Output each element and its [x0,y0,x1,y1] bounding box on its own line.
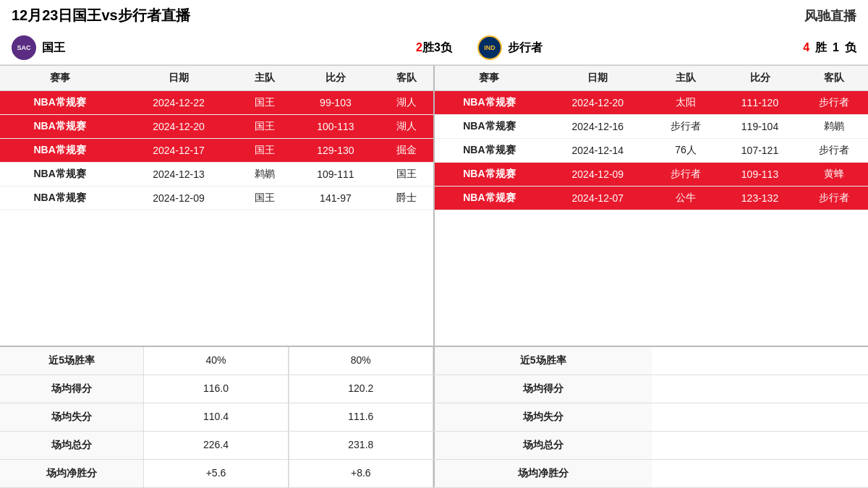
col-away-left: 客队 [380,66,433,91]
left-team-header: SAC 国王 [12,35,391,60]
col-date-right: 日期 [544,66,652,91]
stats-right-1: 场均得分 [435,375,868,403]
stats-left-3: 场均总分 226.4 231.8 [0,432,435,459]
left-game-away-1: 湖人 [380,115,433,139]
left-game-home-0: 国王 [238,91,292,115]
col-gametype-left: 赛事 [0,66,119,91]
left-game-type-1: NBA常规赛 [0,115,119,139]
losses-label-left: 负 [441,41,452,53]
stats-row-0: 近5场胜率 40% 80% 近5场胜率 [0,347,868,375]
left-game-date-0: 2024-12-22 [119,91,238,115]
left-game-away-3: 国王 [380,163,433,187]
stat-val-right-2 [652,403,869,431]
wins-label-right: 胜 [815,40,827,56]
right-team-name: 步行者 [508,40,542,56]
right-game-away-4: 步行者 [800,187,868,210]
right-game-away-2: 步行者 [800,139,868,163]
col-date-left: 日期 [119,66,238,91]
left-game-away-4: 爵士 [380,187,433,210]
stat-label-left-4: 场均净胜分 [0,460,143,487]
left-game-row-2: NBA常规赛 2024-12-17 国王 129-130 掘金 [0,139,433,163]
left-col-header: 赛事 日期 主队 比分 客队 [0,66,433,91]
left-game-row-1: NBA常规赛 2024-12-20 国王 100-113 湖人 [0,115,433,139]
stats-row-4: 场均净胜分 +5.6 +8.6 场均净胜分 [0,460,868,488]
right-game-away-3: 黄蜂 [800,163,868,187]
stat-val-mid-0: 80% [289,347,433,374]
left-game-home-3: 鹈鹕 [238,163,292,187]
stats-row-2: 场均失分 110.4 111.6 场均失分 [0,403,868,432]
right-game-date-2: 2024-12-14 [544,139,652,163]
left-game-score-0: 99-103 [292,91,380,115]
left-team-name: 国王 [42,40,65,56]
stat-val-mid-2: 111.6 [289,403,433,431]
wins-label-left: 胜 [422,41,434,53]
right-game-date-4: 2024-12-07 [544,187,652,210]
right-game-row-4: NBA常规赛 2024-12-07 公牛 123-132 步行者 [435,187,868,210]
ind-logo: IND [477,35,502,60]
stats-right-0: 近5场胜率 [435,347,868,374]
left-game-type-4: NBA常规赛 [0,187,119,210]
left-game-score-3: 109-111 [292,163,380,187]
stat-val-right-3 [652,432,869,459]
right-game-type-2: NBA常规赛 [435,139,544,163]
stats-right-4: 场均净胜分 [435,460,868,487]
stat-label-left-3: 场均总分 [0,432,143,459]
stats-right-2: 场均失分 [435,403,868,431]
main-content: 赛事 日期 主队 比分 客队 NBA常规赛 2024-12-22 国王 99-1… [0,65,868,346]
left-panel: 赛事 日期 主队 比分 客队 NBA常规赛 2024-12-22 国王 99-1… [0,65,435,346]
col-score-left: 比分 [292,66,380,91]
stats-right-3: 场均总分 [435,432,868,459]
stats-row-1: 场均得分 116.0 120.2 场均得分 [0,375,868,403]
left-game-away-2: 掘金 [380,139,433,163]
right-game-date-3: 2024-12-09 [544,163,652,187]
right-game-score-2: 107-121 [720,139,800,163]
right-wins: 4 [803,41,809,54]
right-game-type-0: NBA常规赛 [435,91,544,115]
stat-label-left-2: 场均失分 [0,403,143,431]
right-game-type-4: NBA常规赛 [435,187,544,210]
stat-val-left-2: 110.4 [143,403,288,431]
left-game-date-2: 2024-12-17 [119,139,238,163]
stat-label-right-3: 场均总分 [435,432,652,459]
left-game-score-1: 100-113 [292,115,380,139]
right-games-table: 赛事 日期 主队 比分 客队 NBA常规赛 2024-12-20 太阳 111-… [435,65,868,210]
teams-record-mid: 2胜3负 [391,40,477,56]
left-game-row-4: NBA常规赛 2024-12-09 国王 141-97 爵士 [0,187,433,210]
right-game-score-0: 111-120 [720,91,800,115]
col-score-right: 比分 [720,66,800,91]
stat-label-right-0: 近5场胜率 [435,347,652,374]
stat-val-left-4: +5.6 [143,460,288,487]
stat-label-right-4: 场均净胜分 [435,460,652,487]
right-game-score-1: 119-104 [720,115,800,139]
brand-name: 风驰直播 [804,7,856,25]
col-gametype-right: 赛事 [435,66,544,91]
stats-row-3: 场均总分 226.4 231.8 场均总分 [0,432,868,460]
stat-val-left-1: 116.0 [143,375,288,403]
right-panel: 赛事 日期 主队 比分 客队 NBA常规赛 2024-12-20 太阳 111-… [435,65,868,346]
top-header: 12月23日国王vs步行者直播 风驰直播 [0,0,868,31]
left-wins: 2 [416,41,422,53]
left-game-home-2: 国王 [238,139,292,163]
right-col-header: 赛事 日期 主队 比分 客队 [435,66,868,91]
stat-val-mid-1: 120.2 [289,375,433,403]
right-game-row-0: NBA常规赛 2024-12-20 太阳 111-120 步行者 [435,91,868,115]
left-game-date-3: 2024-12-13 [119,163,238,187]
right-game-date-1: 2024-12-16 [544,115,652,139]
right-game-away-0: 步行者 [800,91,868,115]
right-game-row-2: NBA常规赛 2024-12-14 76人 107-121 步行者 [435,139,868,163]
right-game-type-1: NBA常规赛 [435,115,544,139]
right-game-home-3: 步行者 [652,163,720,187]
stats-left-0: 近5场胜率 40% 80% [0,347,435,374]
left-game-date-1: 2024-12-20 [119,115,238,139]
left-game-type-3: NBA常规赛 [0,163,119,187]
left-games-body: NBA常规赛 2024-12-22 国王 99-103 湖人 NBA常规赛 20… [0,91,433,210]
stat-val-mid-4: +8.6 [289,460,433,487]
left-game-type-2: NBA常规赛 [0,139,119,163]
left-game-score-2: 129-130 [292,139,380,163]
stat-label-right-1: 场均得分 [435,375,652,403]
ind-logo-text: IND [484,44,495,51]
col-home-left: 主队 [238,66,292,91]
stats-left-2: 场均失分 110.4 111.6 [0,403,435,431]
page-title: 12月23日国王vs步行者直播 [12,6,190,25]
left-game-row-0: NBA常规赛 2024-12-22 国王 99-103 湖人 [0,91,433,115]
